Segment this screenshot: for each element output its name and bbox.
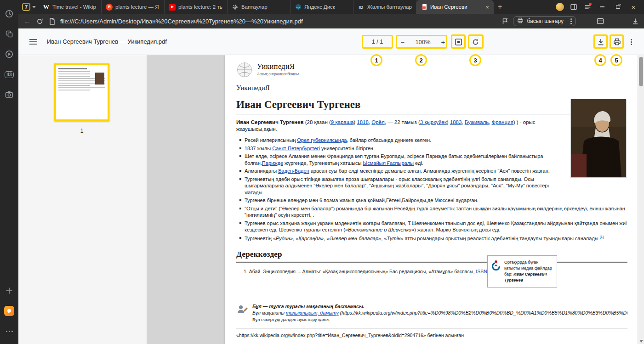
- pdf-document-title: Иван Сергеевич Тургенев — Уикипедия.pdf: [47, 38, 167, 45]
- printer-icon: [517, 17, 524, 25]
- article-link[interactable]: толықтырып, дамыту: [286, 310, 339, 316]
- viewer-scrollbar[interactable]: [638, 55, 644, 344]
- article-link[interactable]: 9 қараша: [331, 119, 353, 125]
- text-run: Воспоминание о Шевченко: [348, 227, 411, 232]
- text-run: », «: [321, 235, 329, 241]
- thumbnail-content-line: [58, 90, 90, 90]
- article-link[interactable]: Франция: [492, 119, 513, 125]
- article-link[interactable]: Орел губерниясында: [297, 137, 347, 143]
- callout-number-3: 3: [469, 54, 481, 66]
- tab-counter-value: 7: [22, 3, 30, 11]
- thumbnail-content-line: [58, 71, 90, 72]
- tab-wikipedia[interactable]: W Time travel - Wikip: [39, 0, 102, 14]
- page-indicator[interactable]: 1 / 1: [364, 36, 391, 47]
- bookmark-icon[interactable]: [501, 17, 509, 25]
- article-link[interactable]: Ысмайыл Ғаспыралы: [363, 160, 414, 166]
- wikipedia-logo: [236, 62, 253, 80]
- article-bullet: Алманиядағы Баден-Баден арасан суы бар е…: [245, 168, 627, 175]
- thumbnail-panel: 1: [18, 55, 147, 344]
- tab-title: Яндекс Диск: [304, 4, 349, 10]
- print-options-kebab-icon[interactable]: [570, 21, 572, 22]
- zoom-in-button[interactable]: +: [438, 38, 448, 46]
- tab-count-label: 43: [5, 71, 13, 78]
- zoom-level[interactable]: 100%: [415, 39, 430, 45]
- wikipedia-subheader: УикипедиЯ: [236, 84, 627, 93]
- new-tab-button[interactable]: +: [494, 3, 506, 11]
- text-run: 1837 жылы: [245, 146, 272, 151]
- text-run: ): [447, 119, 450, 125]
- tab-groups-icon[interactable]: [596, 17, 604, 25]
- tab-settings[interactable]: Баптаулар: [228, 0, 291, 14]
- text-run: (https://kk.wikipedia.org/w/index.php?ti…: [339, 310, 627, 316]
- tab-title: Иван Сергееви: [430, 4, 482, 10]
- article-link[interactable]: 1883: [450, 119, 462, 125]
- yandex-disk-icon: [295, 4, 302, 11]
- callout-number-5: 5: [610, 54, 622, 66]
- pdf-toolbar: Иван Сергеевич Тургенев — Уикипедия.pdf …: [18, 28, 644, 55]
- maximize-button[interactable]: [610, 0, 626, 14]
- text-run: Тургеневтың әдеби орыс тілінде жазылған …: [245, 176, 549, 195]
- profile-avatar[interactable]: [553, 0, 567, 14]
- article-link[interactable]: Буживаль: [465, 119, 489, 125]
- scrollbar-thumb[interactable]: [639, 57, 643, 86]
- text-run: Тургенев бірнеше өлеңдер мен 6 поэма жаз…: [245, 197, 479, 203]
- rotate-button[interactable]: [469, 36, 481, 48]
- refresh-button[interactable]: [35, 17, 44, 25]
- article-bullet: Шет елде, әсіресе Алмания менен Францияд…: [245, 153, 627, 166]
- history-icon[interactable]: [4, 8, 15, 19]
- notifications-icon[interactable]: [581, 0, 594, 14]
- pdf-more-button[interactable]: [627, 36, 635, 48]
- more-icon[interactable]: [4, 326, 15, 337]
- tab-yandex-search[interactable]: Я plants lecture — Я: [102, 0, 165, 14]
- article-link[interactable]: [1]: [600, 235, 604, 239]
- thumbnail-portrait-block: [95, 73, 104, 85]
- callout-number-1: 1: [370, 54, 382, 66]
- zoom-out-button[interactable]: −: [398, 38, 408, 46]
- video-play-icon[interactable]: [4, 49, 15, 60]
- pdf-download-button[interactable]: [595, 36, 607, 48]
- text-run: Бұл мақаланы: [252, 310, 286, 316]
- back-button[interactable]: ←: [23, 17, 31, 25]
- tab-count-badge[interactable]: 43: [4, 69, 15, 80]
- article-link[interactable]: Орёл: [371, 119, 384, 125]
- minimize-button[interactable]: [594, 0, 610, 14]
- fit-page-button[interactable]: [452, 36, 464, 48]
- intro-paragraph: Иван Сергеевич Тургенев (28 қазан (9 қар…: [236, 119, 627, 133]
- text-run: Абай. Энциклопедия. – Алматы: «Қазақ энц…: [249, 269, 476, 274]
- close-window-button[interactable]: ×: [626, 0, 641, 14]
- tab-counter[interactable]: 7: [22, 3, 36, 11]
- add-panel-icon[interactable]: [4, 285, 15, 296]
- thumbnail-content-line: [58, 68, 87, 69]
- tabs-panel-icon[interactable]: [4, 28, 15, 39]
- article-bullet: Тургенев бірнеше өлеңдер мен 6 поэма жаз…: [245, 197, 627, 204]
- page-info-icon[interactable]: [48, 17, 56, 25]
- url-text[interactable]: file:///C:/Users/Admin/Desktop/Иван%20Се…: [60, 18, 303, 25]
- commons-text: Ортаққорда бұған қатысты медиа файлдар б…: [504, 259, 553, 283]
- article-link[interactable]: 1818: [357, 119, 369, 125]
- screenshot-icon[interactable]: [4, 89, 15, 100]
- article-bullet: "Отцы и дети" ("Әкелер мен балалар") ром…: [245, 205, 627, 219]
- tab-yandex-id[interactable]: ID Жалпы баптаулар: [353, 0, 416, 14]
- close-tab-icon[interactable]: ×: [485, 4, 490, 11]
- reference-marker: 1.: [244, 269, 248, 274]
- references-heading: Дереккөздер: [236, 249, 627, 261]
- thumbnail-content-line: [58, 85, 90, 86]
- downloads-icon[interactable]: [631, 17, 639, 25]
- text-run: , — 22 тамыз (: [385, 119, 420, 125]
- tabbar-right-controls: ×: [553, 0, 644, 14]
- scroll-down-button[interactable]: [638, 340, 644, 343]
- tab-yandex-disk[interactable]: Яндекс Диск: [291, 0, 353, 14]
- article-link[interactable]: Санкт-Петербургтегі: [272, 146, 320, 151]
- article-link[interactable]: Парижде: [262, 160, 283, 166]
- reference-item: 1. Абай. Энциклопедия. – Алматы: «Қазақ …: [244, 269, 627, 275]
- panels-icon[interactable]: [567, 0, 581, 14]
- pdf-menu-button[interactable]: [29, 39, 37, 45]
- messenger-icon[interactable]: [4, 305, 15, 316]
- pdf-print-button[interactable]: [611, 36, 623, 48]
- tab-pdf-active[interactable]: Иван Сергееви ×: [416, 0, 494, 14]
- page-thumbnail[interactable]: [54, 63, 109, 121]
- article-link[interactable]: Баден-Баден: [278, 168, 309, 174]
- article-link[interactable]: 3 қыркүйек: [420, 119, 447, 125]
- tab-youtube[interactable]: plants lecture: 2 ть: [165, 0, 228, 14]
- print-page-button[interactable]: басып шығару: [513, 16, 576, 26]
